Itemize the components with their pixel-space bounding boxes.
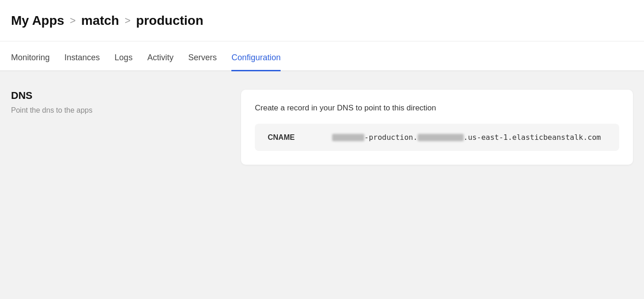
nav-tabs: MonitoringInstancesLogsActivityServersCo… bbox=[0, 41, 644, 71]
dns-instruction: Create a record in your DNS to point to … bbox=[255, 104, 619, 113]
main-content: DNS Point the dns to the apps Create a r… bbox=[0, 71, 644, 299]
nav-tab-activity[interactable]: Activity bbox=[147, 53, 173, 71]
nav-tab-configuration[interactable]: Configuration bbox=[231, 53, 281, 71]
cname-blurred-part1 bbox=[332, 134, 364, 141]
nav-tab-instances[interactable]: Instances bbox=[64, 53, 100, 71]
breadcrumb-app[interactable]: match bbox=[81, 13, 119, 28]
breadcrumb-env: production bbox=[136, 13, 203, 28]
cname-record: CNAME -production. .us-east-1.elasticbea… bbox=[255, 124, 619, 151]
cname-domain: .us-east-1.elasticbeanstalk.com bbox=[464, 133, 601, 142]
breadcrumb-myapps[interactable]: My Apps bbox=[11, 13, 64, 28]
section-left: DNS Point the dns to the apps bbox=[11, 90, 223, 115]
nav-tab-logs[interactable]: Logs bbox=[115, 53, 132, 71]
nav-tab-servers[interactable]: Servers bbox=[188, 53, 217, 71]
breadcrumb-sep2: > bbox=[125, 15, 131, 27]
section-title: DNS bbox=[11, 90, 223, 102]
breadcrumb: My Apps > match > production bbox=[11, 13, 203, 28]
section-description: Point the dns to the apps bbox=[11, 106, 223, 115]
cname-label: CNAME bbox=[268, 133, 305, 142]
cname-suffix: -production. bbox=[364, 133, 418, 142]
header: My Apps > match > production bbox=[0, 0, 644, 41]
dns-card: Create a record in your DNS to point to … bbox=[241, 90, 633, 165]
cname-blurred-part2 bbox=[418, 134, 464, 141]
dns-section: DNS Point the dns to the apps Create a r… bbox=[11, 90, 633, 165]
breadcrumb-sep1: > bbox=[70, 15, 76, 27]
nav-tab-monitoring[interactable]: Monitoring bbox=[11, 53, 50, 71]
cname-value: -production. .us-east-1.elasticbeanstalk… bbox=[332, 133, 601, 142]
